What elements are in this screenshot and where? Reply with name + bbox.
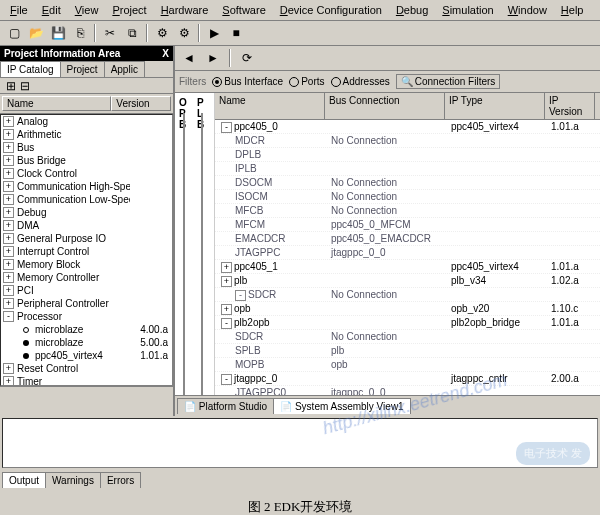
radio-addresses[interactable]: Addresses: [331, 76, 390, 87]
radio-ports[interactable]: Ports: [289, 76, 324, 87]
tree-item[interactable]: +Arithmetic: [1, 128, 172, 141]
bus-connection-row[interactable]: IPLB: [215, 162, 600, 176]
bus-connection-row[interactable]: -SDCRNo Connection: [215, 288, 600, 302]
menu-file[interactable]: File: [4, 2, 34, 18]
menu-device-configuration[interactable]: Device Configuration: [274, 2, 388, 18]
radio-bus-interface[interactable]: Bus Interface: [212, 76, 283, 87]
connection-filters-button[interactable]: 🔍Connection Filters: [396, 74, 501, 89]
bus-connection-row[interactable]: MFCMppc405_0_MFCM: [215, 218, 600, 232]
assembly-toolbar: ◄ ► ⟳: [175, 46, 600, 71]
bus-connection-row[interactable]: SPLBplb: [215, 344, 600, 358]
col-name[interactable]: Name: [2, 96, 111, 111]
tree-item[interactable]: +Memory Block: [1, 258, 172, 271]
new-icon[interactable]: ▢: [4, 23, 24, 43]
bus-connection-row[interactable]: DSOCMNo Connection: [215, 176, 600, 190]
tree-item[interactable]: +Analog: [1, 115, 172, 128]
menu-software[interactable]: Software: [216, 2, 271, 18]
bus-connection-row[interactable]: ISOCMNo Connection: [215, 190, 600, 204]
ip-row[interactable]: +ppc405_1ppc405_virtex41.01.a: [215, 260, 600, 274]
menu-edit[interactable]: Edit: [36, 2, 67, 18]
tree-item[interactable]: +Debug: [1, 206, 172, 219]
tree-header: Name Version: [0, 94, 173, 114]
col-version[interactable]: Version: [111, 96, 171, 111]
tab-ip-catalog[interactable]: IP Catalog: [0, 61, 61, 77]
saveall-icon[interactable]: ⎘: [70, 23, 90, 43]
tree-item[interactable]: +Reset Control: [1, 362, 172, 375]
bus-connection-row[interactable]: SDCRNo Connection: [215, 330, 600, 344]
tree-item[interactable]: microblaze4.00.a: [1, 323, 172, 336]
bus-connection-row[interactable]: EMACDCRppc405_0_EMACDCR: [215, 232, 600, 246]
tree-item[interactable]: +Bus Bridge: [1, 154, 172, 167]
tree-item[interactable]: +Memory Controller: [1, 271, 172, 284]
tree-item[interactable]: microblaze5.00.a: [1, 336, 172, 349]
view-tab-1[interactable]: 📄 System Assembly View1: [273, 398, 411, 414]
bus-connection-row[interactable]: MDCRNo Connection: [215, 134, 600, 148]
tree-item[interactable]: +PCI: [1, 284, 172, 297]
grid-header: Name Bus Connection IP Type IP Version: [215, 93, 600, 120]
bus-connection-row[interactable]: JTAGPPC0jtagppc_0_0: [215, 386, 600, 395]
menu-window[interactable]: Window: [502, 2, 553, 18]
tree-item[interactable]: +Timer: [1, 375, 172, 386]
tree-item[interactable]: +General Purpose IO: [1, 232, 172, 245]
project-info-panel: Project Information Area X IP CatalogPro…: [0, 46, 175, 416]
tool2-icon[interactable]: ⚙: [174, 23, 194, 43]
ip-row[interactable]: -ppc405_0ppc405_virtex41.01.a: [215, 120, 600, 134]
filters-label: Filters: [179, 76, 206, 87]
gh-type[interactable]: IP Type: [445, 93, 545, 119]
bus-connection-row[interactable]: DPLB: [215, 148, 600, 162]
console-tab-errors[interactable]: Errors: [100, 472, 141, 488]
tree-item[interactable]: +Communication High-Speed: [1, 180, 172, 193]
expand-icon[interactable]: ⊞: [4, 79, 18, 93]
bus-connection-row[interactable]: JTAGPPCjtagppc_0_0: [215, 246, 600, 260]
ip-row[interactable]: +opbopb_v201.10.c: [215, 302, 600, 316]
console-output[interactable]: [2, 418, 598, 468]
cut-icon[interactable]: ✂: [100, 23, 120, 43]
collapse-icon[interactable]: ⊟: [18, 79, 32, 93]
gh-conn[interactable]: Bus Connection: [325, 93, 445, 119]
copy-icon[interactable]: ⧉: [122, 23, 142, 43]
close-icon[interactable]: X: [162, 48, 169, 59]
bus-connection-row[interactable]: MOPBopb: [215, 358, 600, 372]
tab-project[interactable]: Project: [60, 61, 105, 77]
ip-row[interactable]: -plb2opbplb2opb_bridge1.01.a: [215, 316, 600, 330]
bus-connection-row[interactable]: MFCBNo Connection: [215, 204, 600, 218]
ip-catalog-tree[interactable]: +Analog+Arithmetic+Bus+Bus Bridge+Clock …: [0, 114, 173, 386]
site-logo: 电子技术 发: [516, 442, 590, 465]
tree-item[interactable]: +DMA: [1, 219, 172, 232]
gh-name[interactable]: Name: [215, 93, 325, 119]
menu-help[interactable]: Help: [555, 2, 590, 18]
menu-project[interactable]: Project: [106, 2, 152, 18]
ip-row[interactable]: -jtagppc_0jtagppc_cntlr2.00.a: [215, 372, 600, 386]
fwd-icon[interactable]: ►: [203, 48, 223, 68]
panel-tabs: IP CatalogProjectApplic: [0, 61, 173, 78]
tab-applic[interactable]: Applic: [104, 61, 145, 77]
open-icon[interactable]: 📂: [26, 23, 46, 43]
tool-icon[interactable]: ⚙: [152, 23, 172, 43]
refresh-icon[interactable]: ⟳: [237, 48, 257, 68]
tree-item[interactable]: ppc405_virtex41.01.a: [1, 349, 172, 362]
tree-item[interactable]: +Bus: [1, 141, 172, 154]
back-icon[interactable]: ◄: [179, 48, 199, 68]
menu-debug[interactable]: Debug: [390, 2, 434, 18]
panel-title-text: Project Information Area: [4, 48, 120, 59]
main-area: Project Information Area X IP CatalogPro…: [0, 46, 600, 416]
console-tab-warnings[interactable]: Warnings: [45, 472, 101, 488]
ip-row[interactable]: +plbplb_v341.02.a: [215, 274, 600, 288]
tree-item[interactable]: +Communication Low-Speed: [1, 193, 172, 206]
save-icon[interactable]: 💾: [48, 23, 68, 43]
grid-area: OPB PLB Name Bus Connection IP Type IP V…: [175, 93, 600, 395]
menu-simulation[interactable]: Simulation: [436, 2, 499, 18]
console-tab-output[interactable]: Output: [2, 472, 46, 488]
gh-ver[interactable]: IP Version: [545, 93, 595, 119]
stop-icon[interactable]: ■: [226, 23, 246, 43]
menu-view[interactable]: View: [69, 2, 105, 18]
build-icon[interactable]: ▶: [204, 23, 224, 43]
tree-item[interactable]: +Interrupt Control: [1, 245, 172, 258]
menu-hardware[interactable]: Hardware: [155, 2, 215, 18]
tree-item[interactable]: +Clock Control: [1, 167, 172, 180]
tree-item[interactable]: +Peripheral Controller: [1, 297, 172, 310]
ip-grid[interactable]: Name Bus Connection IP Type IP Version -…: [215, 93, 600, 395]
view-tab-0[interactable]: 📄 Platform Studio: [177, 398, 274, 414]
panel-title-bar: Project Information Area X: [0, 46, 173, 61]
tree-item[interactable]: -Processor: [1, 310, 172, 323]
